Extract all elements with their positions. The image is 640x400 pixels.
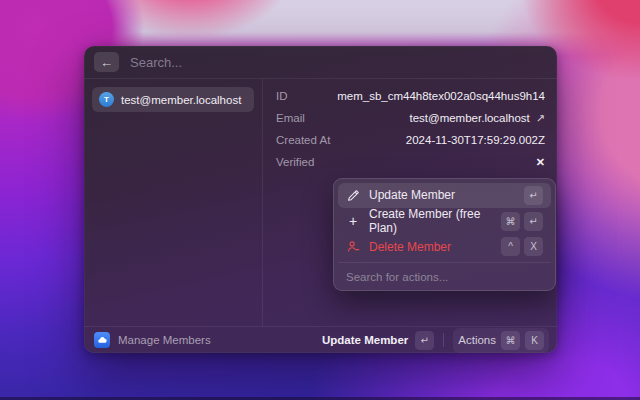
not-verified-x-icon: ✕ bbox=[536, 156, 545, 169]
x-keycap: X bbox=[524, 237, 543, 256]
return-keycap: ↵ bbox=[524, 186, 543, 205]
member-avatar: T bbox=[99, 92, 114, 107]
email-link[interactable]: test@member.localhost ↗ bbox=[409, 112, 545, 125]
k-keycap: K bbox=[525, 331, 544, 350]
member-list-item[interactable]: T test@member.localhost bbox=[92, 87, 254, 112]
member-list: T test@member.localhost bbox=[84, 79, 263, 326]
control-keycap: ^ bbox=[501, 237, 520, 256]
plus-icon: + bbox=[346, 214, 360, 228]
detail-row-created-at: Created At 2024-11-30T17:59:29.002Z bbox=[276, 129, 545, 151]
actions-menu: Update Member ↵ + Create Member (free Pl… bbox=[333, 178, 556, 291]
footer-actions: Update Member ↵ Actions ⌘ K bbox=[322, 328, 549, 353]
back-arrow-icon: ← bbox=[100, 55, 113, 70]
pencil-icon bbox=[346, 189, 360, 202]
search-bar: ← Search... bbox=[84, 46, 557, 79]
external-link-icon: ↗ bbox=[536, 112, 545, 125]
detail-row-email: Email test@member.localhost ↗ bbox=[276, 107, 545, 129]
status-bar: Manage Members Update Member ↵ Actions ⌘… bbox=[84, 326, 557, 353]
detail-row-id: ID mem_sb_cm44h8tex002a0sq44hus9h14 bbox=[276, 85, 545, 107]
menu-item-delete-member[interactable]: Delete Member ^ X bbox=[338, 235, 551, 260]
window-body: T test@member.localhost ID mem_sb_cm44h8… bbox=[84, 79, 557, 326]
return-keycap: ↵ bbox=[524, 212, 543, 231]
command-keycap: ⌘ bbox=[501, 331, 520, 350]
primary-action-button[interactable]: Update Member bbox=[322, 334, 408, 346]
member-delete-icon bbox=[346, 240, 360, 253]
app-logo-icon bbox=[94, 332, 110, 348]
detail-label: Created At bbox=[276, 134, 330, 146]
command-palette-window: ← Search... T test@member.localhost ID m… bbox=[84, 46, 557, 353]
footer-divider bbox=[443, 333, 444, 347]
command-keycap: ⌘ bbox=[501, 212, 520, 231]
search-input[interactable]: Search... bbox=[130, 55, 182, 70]
detail-value-created-at: 2024-11-30T17:59:29.002Z bbox=[406, 134, 545, 146]
actions-search-input[interactable]: Search for actions... bbox=[338, 262, 551, 290]
actions-button[interactable]: Actions ⌘ K bbox=[453, 328, 549, 353]
detail-value-id: mem_sb_cm44h8tex002a0sq44hus9h14 bbox=[337, 90, 545, 102]
app-name-label: Manage Members bbox=[118, 334, 211, 346]
detail-label: Email bbox=[276, 112, 305, 124]
email-value: test@member.localhost bbox=[409, 112, 529, 124]
actions-button-label: Actions bbox=[458, 334, 496, 346]
menu-item-update-member[interactable]: Update Member ↵ bbox=[338, 183, 551, 208]
detail-label: Verified bbox=[276, 156, 314, 168]
menu-item-create-member[interactable]: + Create Member (free Plan) ⌘ ↵ bbox=[338, 208, 551, 235]
detail-label: ID bbox=[276, 90, 288, 102]
back-button[interactable]: ← bbox=[94, 52, 119, 72]
menu-item-label: Create Member (free Plan) bbox=[369, 207, 483, 235]
menu-item-label: Delete Member bbox=[369, 240, 451, 254]
return-keycap: ↵ bbox=[415, 331, 434, 350]
menu-item-label: Update Member bbox=[369, 188, 455, 202]
detail-row-verified: Verified ✕ bbox=[276, 151, 545, 173]
member-list-item-label: test@member.localhost bbox=[121, 94, 241, 106]
